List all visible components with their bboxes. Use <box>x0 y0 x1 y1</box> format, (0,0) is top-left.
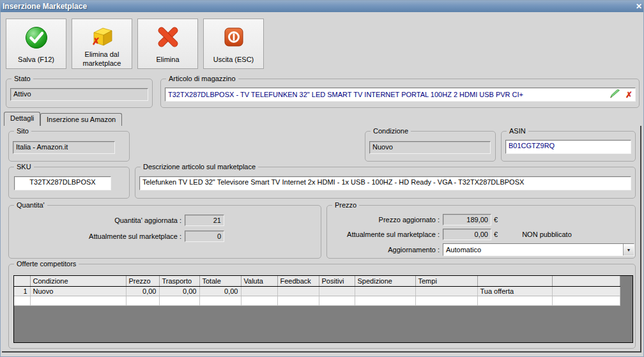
articolo-field-wrap: T32TX287DLBPOSX - TV TELEFUNKEN 32" LED … <box>165 87 636 102</box>
condizione-group: Condizione Nuovo <box>365 131 496 162</box>
prezzo-aggiornato-currency: € <box>494 216 498 224</box>
stato-group: Stato Attivo <box>6 79 153 108</box>
grid-header-cell[interactable]: Valuta <box>241 276 277 286</box>
grid-header-cell[interactable]: Trasporto <box>159 276 199 286</box>
condizione-field: Nuovo <box>369 141 491 154</box>
grid-cell[interactable] <box>415 286 477 296</box>
tab-page-dettagli: Sito Italia - Amazon.it Condizione Nuovo… <box>2 126 641 353</box>
grid-cell[interactable] <box>14 296 30 305</box>
articolo-group: Articolo di magazzino T32TX287DLBPOSX - … <box>160 79 640 108</box>
exit-button-label: Uscita (ESC) <box>213 56 254 65</box>
grid-cell[interactable] <box>277 286 319 296</box>
title-bar: Inserzione Marketplace ✕ <box>1 1 644 12</box>
prezzo-aggiornato-label: Prezzo aggiornato : <box>327 216 440 224</box>
grid-cell[interactable]: 0,00 <box>126 286 159 296</box>
grid-cell[interactable]: 1 <box>14 286 30 296</box>
aggiornamento-label: Aggiornamento : <box>327 246 440 254</box>
offerte-group-label: Offerte competitors <box>14 260 79 268</box>
marketplace-box-delete-icon: ✗ <box>88 24 116 50</box>
condizione-group-label: Condizione <box>371 127 411 135</box>
quantita-group-label: Quantita' <box>14 201 47 209</box>
delete-button[interactable]: Elimina <box>137 19 198 69</box>
save-check-icon <box>24 24 49 50</box>
grid-cell[interactable] <box>241 286 277 296</box>
grid-header-cell[interactable]: Condizione <box>30 276 126 286</box>
grid-cell[interactable] <box>477 296 552 305</box>
grid-header-cell[interactable]: Prezzo <box>126 276 159 286</box>
quantita-aggiornata-field: 21 <box>185 215 224 226</box>
grid-header-cell[interactable]: Tempi <box>415 276 477 286</box>
grid-header-cell[interactable] <box>14 276 30 286</box>
grid-header-cell[interactable] <box>552 276 620 286</box>
prezzo-aggiornato-field: 189,00 <box>443 214 491 225</box>
non-pubblicato-status: NON pubblicato <box>522 231 572 238</box>
asin-field[interactable]: B01CGTZ9RQ <box>505 140 631 154</box>
grid-header-cell[interactable]: Spedizione <box>355 276 415 286</box>
prezzo-marketplace-currency: € <box>494 231 498 238</box>
articolo-field[interactable]: T32TX287DLBPOSX - TV TELEFUNKEN 32" LED … <box>168 91 610 98</box>
edit-pencil-icon[interactable] <box>610 89 620 100</box>
prezzo-group-label: Prezzo <box>332 201 359 209</box>
grid-cell[interactable] <box>319 296 355 305</box>
grid-row[interactable] <box>14 296 620 305</box>
svg-text:✗: ✗ <box>92 36 100 47</box>
grid-cell[interactable]: 0,00 <box>199 286 241 296</box>
asin-group-label: ASIN <box>507 127 528 135</box>
tab-dettagli[interactable]: Dettagli <box>4 112 40 126</box>
prezzo-marketplace-label: Attualmente sul marketplace : <box>327 231 440 238</box>
grid-cell[interactable] <box>159 296 199 305</box>
grid-cell[interactable]: Nuovo <box>30 286 126 296</box>
sku-group-label: SKU <box>14 163 34 171</box>
grid-cell[interactable] <box>415 296 477 305</box>
grid-header-cell[interactable] <box>477 276 552 286</box>
delete-from-marketplace-button[interactable]: ✗ Elimina dal marketplace <box>72 19 132 69</box>
delete-from-marketplace-label: Elimina dal marketplace <box>72 50 132 68</box>
grid-cell[interactable] <box>126 296 159 305</box>
competitors-grid[interactable]: CondizionePrezzoTrasportoTotaleValutaFee… <box>13 275 633 343</box>
grid-cell[interactable] <box>277 296 319 305</box>
window-title: Inserzione Marketplace <box>3 2 87 11</box>
sku-field[interactable]: T32TX287DLBPOSX <box>14 176 111 190</box>
competitors-table: CondizionePrezzoTrasportoTotaleValutaFee… <box>14 276 620 306</box>
grid-header-cell[interactable]: Positivi <box>319 276 355 286</box>
grid-cell[interactable] <box>355 296 415 305</box>
aggiornamento-combobox[interactable]: Automatico ▼ <box>443 243 634 256</box>
grid-cell[interactable] <box>199 296 241 305</box>
grid-cell[interactable] <box>241 296 277 305</box>
grid-header-cell[interactable]: Feedback <box>277 276 319 286</box>
quantita-marketplace-field: 0 <box>185 231 224 242</box>
clear-article-x-icon[interactable]: ✗ <box>625 91 632 99</box>
grid-cell[interactable] <box>552 296 620 305</box>
inserzione-marketplace-window: Inserzione Marketplace ✕ Salva (F12) ✗ E… <box>0 0 644 357</box>
combo-dropdown-arrow-icon[interactable]: ▼ <box>623 244 634 255</box>
grid-header-cell[interactable]: Totale <box>199 276 241 286</box>
sito-group: Sito Italia - Amazon.it <box>8 131 130 162</box>
tab-inserzione-su-amazon[interactable]: Inserzione su Amazon <box>40 113 122 126</box>
grid-cell[interactable]: 0,00 <box>159 286 199 296</box>
grid-cell[interactable] <box>355 286 415 296</box>
quantita-marketplace-label: Attualmente sul marketplace : <box>9 232 181 240</box>
close-icon[interactable]: ✕ <box>636 3 642 10</box>
grid-cell[interactable] <box>30 296 126 305</box>
grid-cell[interactable] <box>319 286 355 296</box>
descrizione-field[interactable]: Telefunken TV LED 32" Televisore Smart T… <box>139 176 631 190</box>
grid-row[interactable]: 1Nuovo0,000,000,00Tua offerta <box>14 286 620 296</box>
save-button[interactable]: Salva (F12) <box>6 19 66 69</box>
quantita-aggiornata-label: Quantita' aggiornata : <box>9 216 181 224</box>
asin-group: ASIN B01CGTZ9RQ <box>501 131 636 162</box>
exit-button[interactable]: Uscita (ESC) <box>203 19 264 69</box>
sito-group-label: Sito <box>14 127 31 135</box>
stato-field: Attivo <box>10 88 148 101</box>
prezzo-marketplace-field: 0,00 <box>443 229 491 240</box>
grid-cell[interactable]: Tua offerta <box>477 286 552 296</box>
quantita-group: Quantita' Quantita' aggiornata : 21 Attu… <box>8 205 321 259</box>
aggiornamento-selected-value: Automatico <box>446 246 481 254</box>
grid-cell[interactable] <box>552 286 620 296</box>
red-x-icon <box>155 24 181 50</box>
delete-button-label: Elimina <box>156 56 179 65</box>
sku-group: SKU T32TX287DLBPOSX <box>8 167 130 199</box>
sito-field: Italia - Amazon.it <box>13 141 115 154</box>
save-button-label: Salva (F12) <box>18 56 54 65</box>
stato-group-label: Stato <box>12 75 33 82</box>
descrizione-group: Descrizione articolo sul marketplace Tel… <box>135 167 636 199</box>
